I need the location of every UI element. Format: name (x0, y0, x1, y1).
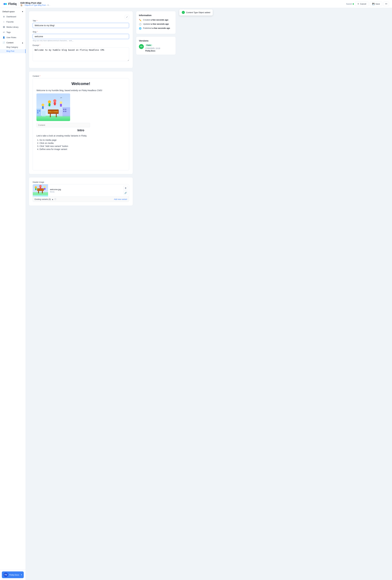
rich-text-editor[interactable]: Welcome! Welcome to my humble blog, base… (33, 78, 129, 170)
sidebar: Default space ⊞ Dashboard ☆ Favorite 🖼 M… (0, 8, 26, 580)
title-required: * (37, 20, 37, 22)
breadcrumb-sep1: › (23, 4, 24, 6)
add-variant-button[interactable]: Add new variant (114, 198, 127, 200)
sidebar-item-favorite[interactable]: ☆ Favorite (0, 19, 25, 24)
user-name: Flotiq Docs (9, 574, 20, 576)
svg-point-1 (5, 3, 7, 5)
sidebar-nav: Default space ⊞ Dashboard ☆ Favorite 🖼 M… (0, 8, 25, 54)
svg-rect-9 (63, 109, 64, 110)
svg-rect-29 (54, 102, 56, 105)
content-inline-input[interactable] (36, 123, 90, 127)
sidebar-content-header[interactable]: 📄 Content (0, 40, 25, 45)
header-left: Flotiq Edit Blog Post obje 🏠 › Objects o… (3, 1, 50, 6)
slug-field-group: Slug * Slug can only have alphanumerical… (33, 31, 129, 41)
welcome-image: WELCOME (36, 93, 70, 121)
list-item: Define area for image variant (39, 148, 125, 150)
svg-rect-13 (42, 111, 46, 117)
cancel-button[interactable]: ✕ Cancel (355, 2, 368, 6)
svg-rect-25 (49, 103, 50, 106)
save-button[interactable]: 💾 Save (370, 2, 382, 6)
editor-paragraph1: Welcome to my humble blog, based entirel… (36, 89, 125, 92)
sidebar-footer: FD Flotiq Docs (0, 570, 25, 580)
breadcrumb-sep2: › (46, 4, 47, 6)
svg-point-46 (44, 186, 46, 188)
image-row: WELCOME welcome.jpg Media (33, 184, 129, 197)
sidebar-item-dashboard[interactable]: ⊞ Dashboard (0, 14, 25, 19)
variants-bar: Existing variants (0) ▲ ⓘ Add new varian… (33, 197, 129, 202)
breadcrumb-home[interactable]: 🏠 (20, 4, 23, 6)
link-icon: 🔗 (124, 192, 127, 194)
slug-hint: Slug can only have alphanumerical charac… (33, 40, 129, 41)
flotiq-logo-icon (3, 2, 7, 6)
excerpt-input[interactable] (33, 47, 129, 61)
versions-panel: Versions FD Public 27/02/2025, 13:10 Flo… (136, 36, 176, 55)
sidebar-item-label-content: Content (6, 41, 13, 44)
more-button[interactable]: ••• (384, 2, 389, 6)
created-text: Created a few seconds ago (143, 19, 168, 21)
updated-row: 🕐 Updated a few seconds ago (139, 23, 173, 25)
sidebar-space-header[interactable]: Default space (0, 9, 25, 14)
excerpt-label: Excerpt * (33, 44, 129, 46)
variants-info-icon: ⓘ (54, 198, 56, 201)
blog-category-label: Blog Category (6, 46, 18, 48)
link-image-button[interactable]: 🔗 (124, 191, 128, 195)
svg-point-32 (60, 101, 62, 104)
version-avatar: FD (139, 44, 144, 49)
slug-input[interactable] (33, 34, 129, 39)
svg-point-42 (35, 186, 37, 188)
expand-icon: ⤢ (126, 16, 128, 18)
svg-rect-45 (40, 187, 41, 189)
content-required: * (40, 75, 40, 77)
information-panel: Information ✏️ Created a few seconds ago… (136, 11, 176, 34)
svg-rect-12 (65, 111, 66, 112)
toast-check-icon: ✓ (182, 11, 185, 14)
list-item: Click on media (39, 142, 125, 144)
right-sidebar: Information ✏️ Created a few seconds ago… (136, 11, 176, 577)
expand-button[interactable]: ⤢ (125, 15, 129, 19)
content-chevron-icon (22, 41, 23, 44)
user-section[interactable]: FD Flotiq Docs (2, 572, 24, 578)
page-title: Edit Blog Post obje (20, 1, 50, 4)
logo-text: Flotiq (8, 2, 16, 6)
published-row: 🌐 Published a few seconds ago (139, 27, 173, 29)
breadcrumb-current: B... (47, 4, 50, 6)
sidebar-item-tags[interactable]: 🏷 Tags (0, 29, 25, 35)
excerpt-required: * (39, 44, 40, 46)
svg-rect-21 (42, 106, 44, 109)
header-image-label: Header image (33, 181, 129, 183)
cancel-label: Cancel (360, 3, 366, 5)
image-thumbnail: WELCOME (33, 184, 48, 197)
delete-image-button[interactable]: 🗑 (124, 186, 128, 190)
title-field-group: Title * (33, 20, 129, 28)
published-text: Published a few seconds ago (143, 27, 170, 29)
sidebar-item-media-library[interactable]: 🖼 Media Library (0, 24, 25, 29)
list-item: Click "Add new variant" button (39, 145, 125, 147)
public-badge: Public (145, 44, 152, 46)
versions-title: Versions (139, 39, 173, 42)
svg-rect-7 (37, 112, 38, 113)
svg-rect-3 (36, 116, 70, 121)
svg-text:WELCOME: WELCOME (37, 189, 44, 190)
breadcrumb-objects[interactable]: Objects of Type Blog Post (24, 4, 46, 6)
slug-label: Slug * (33, 31, 129, 33)
svg-rect-10 (65, 109, 66, 110)
svg-rect-4 (36, 109, 41, 117)
clock-icon: 🕐 (139, 23, 141, 25)
sidebar-sub-item-blog-post[interactable]: Blog Post (0, 49, 25, 53)
logo: Flotiq (3, 2, 16, 6)
save-label: Save (376, 3, 380, 5)
title-input[interactable] (33, 23, 129, 28)
saved-label: Saved (346, 3, 352, 5)
sidebar-sub-item-blog-category[interactable]: Blog Category (0, 45, 25, 49)
content-area: ⤢ Title * Slug * Slug can o (29, 11, 133, 577)
sidebar-item-user-roles[interactable]: 👤 User Roles (0, 35, 25, 40)
media-library-icon: 🖼 (2, 26, 5, 28)
svg-point-0 (3, 3, 5, 5)
content-editor-card: Content * Welcome! Welcome to my humble … (29, 71, 133, 174)
title-label: Title * (33, 20, 129, 22)
welcome-illustration-svg: WELCOME (36, 93, 70, 121)
created-row: ✏️ Created a few seconds ago (139, 19, 173, 21)
image-filename: welcome.jpg (50, 188, 120, 191)
basic-fields-card: ⤢ Title * Slug * Slug can o (29, 11, 133, 68)
sidebar-item-label-media: Media Library (6, 26, 18, 28)
